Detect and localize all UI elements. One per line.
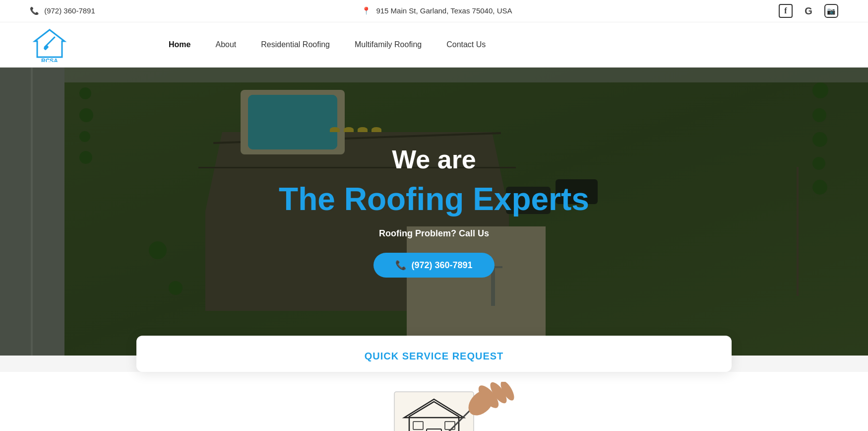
nav-links: Home About Residential Roofing Multifami… [169,40,486,49]
quick-service-card: Quick Service Request [136,336,732,372]
location-icon: 📍 [362,6,371,15]
phone-icon: 📞 [30,6,39,15]
phone-btn-icon: 📞 [395,260,406,271]
nav-item-multifamily[interactable]: Multifamily Roofing [355,40,422,49]
top-bar: 📞 (972) 360-7891 📍 915 Main St, Garland,… [0,0,868,22]
nav-link-about[interactable]: About [215,40,236,49]
nav-item-home[interactable]: Home [169,40,190,49]
hero-section: We are The Roofing Experts Roofing Probl… [0,68,868,356]
hand-illustration-svg [335,382,533,431]
social-links: f G 📷 [779,4,838,18]
svg-text:RCSA: RCSA [41,58,58,62]
nav-link-home[interactable]: Home [169,40,190,49]
address-display: 📍 915 Main St, Garland, Texas 75040, USA [362,6,512,15]
call-button[interactable]: 📞 (972) 360-7891 [373,253,494,278]
nav-link-residential[interactable]: Residential Roofing [261,40,330,49]
illustration-area [0,372,868,431]
navbar: RCSA ROOFING & CONSTRUCTION Home About R… [0,22,868,68]
hero-subtitle: Roofing Problem? Call Us [379,228,489,239]
address-text: 915 Main St, Garland, Texas 75040, USA [376,6,512,15]
quick-service-title: Quick Service Request [156,351,712,362]
hero-content: We are The Roofing Experts Roofing Probl… [279,145,589,278]
hero-line2: The Roofing Experts [279,182,589,216]
instagram-icon[interactable]: 📷 [824,4,838,18]
facebook-icon[interactable]: f [779,4,793,18]
google-icon[interactable]: G [802,4,815,18]
phone-btn-label: (972) 360-7891 [411,260,472,271]
nav-item-residential[interactable]: Residential Roofing [261,40,330,49]
nav-item-contact[interactable]: Contact Us [446,40,486,49]
svg-rect-2 [43,45,49,50]
hero-line1: We are [392,145,476,174]
svg-marker-0 [35,30,64,57]
phone-display: 📞 (972) 360-7891 [30,6,95,15]
svg-rect-5 [394,392,474,431]
nav-item-about[interactable]: About [215,40,236,49]
nav-link-multifamily[interactable]: Multifamily Roofing [355,40,422,49]
nav-link-contact[interactable]: Contact Us [446,40,486,49]
logo-svg: RCSA ROOFING & CONSTRUCTION [30,27,69,62]
logo[interactable]: RCSA ROOFING & CONSTRUCTION [30,27,69,62]
phone-number: (972) 360-7891 [44,6,95,15]
